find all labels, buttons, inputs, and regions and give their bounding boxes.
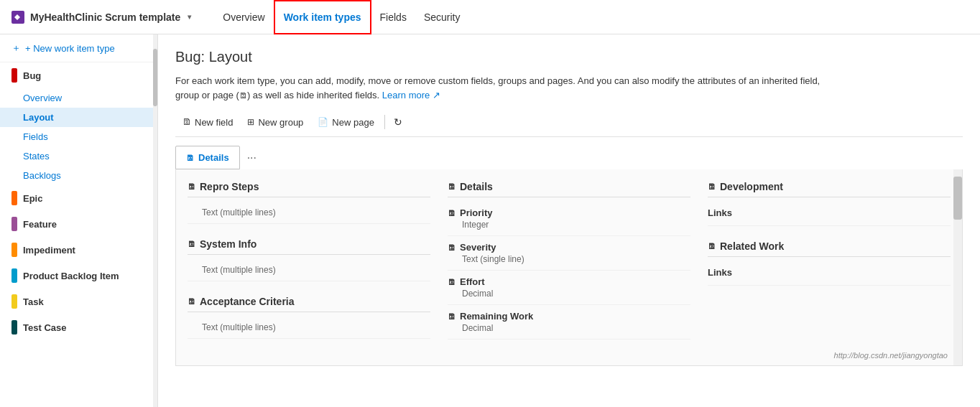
field-item-3: Text (multiple lines) — [188, 317, 430, 339]
group-icon-4: 🖺 — [448, 182, 456, 191]
layout-column-3: 🖺 Development Links 🖺 Related Work — [708, 181, 951, 354]
sidebar-item-epic[interactable]: Epic — [0, 185, 157, 211]
feature-label: Feature — [23, 219, 57, 230]
content-scrollbar-thumb — [953, 177, 962, 220]
new-page-button[interactable]: 📄 New page — [310, 114, 382, 131]
field-severity: 🖺 Severity Text (single line) — [448, 236, 690, 271]
bug-label: Bug — [23, 70, 41, 81]
feature-color-dot — [11, 217, 17, 231]
field-item-2: Text (multiple lines) — [188, 259, 430, 281]
nav-link-security[interactable]: Security — [415, 0, 469, 34]
sidebar-section-bug: Bug Overview Layout Fields States Backlo… — [0, 62, 157, 185]
field-remaining-work-name: 🖺 Remaining Work — [448, 311, 690, 322]
brand[interactable]: MyHealthClinic Scrum template ▾ — [11, 11, 191, 24]
field-related-links-name: Links — [708, 267, 951, 278]
field-related-links: Links — [708, 261, 951, 286]
impediment-color-dot — [11, 243, 17, 257]
sidebar-sub-states[interactable]: States — [0, 146, 157, 166]
nav-link-overview[interactable]: Overview — [214, 0, 273, 34]
test-case-color-dot — [11, 320, 17, 335]
field-priority: 🖺 Priority Integer — [448, 202, 690, 236]
sidebar-item-feature[interactable]: Feature — [0, 211, 157, 237]
page-title: Bug: Layout — [175, 49, 963, 65]
plus-icon: ＋ — [11, 42, 21, 55]
field-priority-name: 🖺 Priority — [448, 207, 690, 218]
nav-link-work-item-types[interactable]: Work item types — [274, 0, 371, 34]
pbi-label: Product Backlog Item — [23, 271, 119, 281]
field-type: Text (multiple lines) — [202, 207, 430, 217]
sidebar-section-epic: Epic — [0, 185, 157, 211]
nav-link-fields[interactable]: Fields — [371, 0, 415, 34]
new-page-icon: 📄 — [318, 117, 328, 127]
field-dev-links: Links — [708, 202, 951, 226]
sidebar-section-feature: Feature — [0, 211, 157, 237]
sidebar-item-bug[interactable]: Bug — [0, 62, 157, 88]
field-effort: 🖺 Effort Decimal — [448, 271, 690, 305]
new-group-icon: ⊞ — [247, 117, 254, 127]
sidebar-sub-overview[interactable]: Overview — [0, 88, 157, 108]
group-repro-steps: 🖺 Repro Steps Text (multiple lines) — [188, 181, 430, 224]
group-acceptance-criteria: 🖺 Acceptance Criteria Text (multiple lin… — [188, 296, 430, 339]
sidebar-sub-backlogs[interactable]: Backlogs — [0, 166, 157, 185]
field-dev-links-name: Links — [708, 207, 951, 218]
toolbar: 🖺 New field ⊞ New group 📄 New page ↻ — [175, 113, 963, 137]
tab-label: Details — [198, 152, 229, 163]
tab-bar: 🖺 Details ··· — [175, 146, 963, 169]
impediment-label: Impediment — [23, 245, 75, 256]
sidebar-sub-layout[interactable]: Layout — [0, 108, 157, 127]
new-field-button[interactable]: 🖺 New field — [175, 114, 240, 131]
group-label-5: Development — [720, 181, 783, 192]
layout-column-1: 🖺 Repro Steps Text (multiple lines) 🖺 Sy… — [188, 181, 430, 354]
tab-more-icon[interactable]: ··· — [243, 149, 261, 167]
new-group-button[interactable]: ⊞ New group — [240, 114, 310, 131]
refresh-button[interactable]: ↻ — [388, 113, 408, 131]
new-field-icon: 🖺 — [182, 117, 191, 127]
sidebar-sub-fields[interactable]: Fields — [0, 127, 157, 146]
sidebar-section-pbi: Product Backlog Item — [0, 263, 157, 289]
bug-color-dot — [11, 68, 17, 83]
sidebar-scrollbar-thumb — [153, 49, 157, 106]
group-development: 🖺 Development Links — [708, 181, 951, 226]
remaining-work-label: Remaining Work — [460, 311, 533, 322]
sidebar-item-impediment[interactable]: Impediment — [0, 237, 157, 263]
learn-more-link[interactable]: Learn more ↗ — [382, 90, 440, 100]
group-label-4: Details — [460, 181, 493, 192]
priority-type: Integer — [462, 220, 690, 230]
epic-color-dot — [11, 191, 17, 205]
task-label: Task — [23, 296, 44, 307]
group-acceptance-criteria-header: 🖺 Acceptance Criteria — [188, 296, 430, 312]
new-work-item-type-button[interactable]: ＋ + New work item type — [0, 34, 157, 62]
group-label-3: Acceptance Criteria — [200, 296, 295, 307]
main-container: ＋ + New work item type Bug Overview Layo… — [0, 34, 980, 407]
brand-logo — [11, 11, 24, 24]
sidebar-item-task[interactable]: Task — [0, 289, 157, 314]
tab-details[interactable]: 🖺 Details — [175, 146, 240, 169]
content-scrollbar[interactable] — [953, 169, 962, 365]
effort-label: Effort — [460, 276, 485, 287]
sidebar-scrollbar[interactable] — [153, 34, 157, 407]
sidebar-item-test-case[interactable]: Test Case — [0, 314, 157, 340]
sidebar-section-impediment: Impediment — [0, 237, 157, 263]
new-page-label: New page — [332, 117, 374, 128]
field-effort-name: 🖺 Effort — [448, 276, 690, 287]
watermark: http://blog.csdn.net/jiangyongtao — [834, 351, 948, 360]
sidebar-item-pbi[interactable]: Product Backlog Item — [0, 263, 157, 289]
group-icon: 🖺 — [188, 182, 195, 191]
field-remaining-work: 🖺 Remaining Work Decimal — [448, 305, 690, 340]
top-navigation: MyHealthClinic Scrum template ▾ Overview… — [0, 0, 980, 34]
brand-chevron-icon[interactable]: ▾ — [188, 13, 191, 21]
group-system-info-header: 🖺 System Info — [188, 238, 430, 255]
layout-content: 🖺 Repro Steps Text (multiple lines) 🖺 Sy… — [175, 169, 963, 366]
group-icon-5: 🖺 — [708, 182, 716, 191]
related-links-label: Links — [708, 267, 732, 278]
group-icon-6: 🖺 — [708, 242, 716, 251]
severity-type: Text (single line) — [462, 254, 690, 264]
bug-sub-items: Overview Layout Fields States Backlogs — [0, 88, 157, 185]
test-case-label: Test Case — [23, 322, 66, 333]
nav-links: Overview Work item types Fields Security — [214, 0, 468, 34]
toolbar-separator — [384, 115, 385, 129]
new-work-item-label: + New work item type — [25, 43, 115, 54]
group-details: 🖺 Details 🖺 Priority Integer 🖺 Sev — [448, 181, 690, 340]
severity-label: Severity — [460, 242, 496, 253]
field-icon-2: 🖺 — [448, 243, 456, 252]
